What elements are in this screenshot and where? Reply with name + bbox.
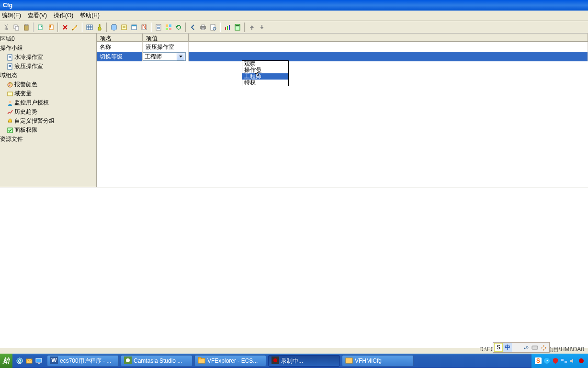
delete-icon[interactable]	[61, 23, 69, 32]
tray-sogou-icon[interactable]: S	[534, 357, 542, 365]
svg-text:S: S	[536, 357, 540, 364]
column-value[interactable]: 项值	[143, 34, 189, 42]
copy-icon[interactable]	[12, 23, 21, 32]
svg-text:N: N	[142, 23, 147, 30]
menu-view[interactable]: 查看(V)	[28, 12, 47, 20]
menu-help[interactable]: 帮助(H)	[80, 12, 100, 20]
svg-rect-38	[9, 56, 11, 57]
grid-cell-value[interactable]	[143, 52, 189, 61]
user-icon	[7, 100, 13, 106]
ime-mode-icon[interactable]: 中	[503, 343, 512, 352]
grid-cell-spacer	[189, 52, 588, 61]
separator	[106, 23, 107, 32]
taskbar-button[interactable]: Camtasia Studio ...	[121, 355, 192, 367]
tree-item[interactable]: 自定义报警分组	[0, 116, 96, 126]
grid-row[interactable]: 切换等级	[97, 52, 588, 61]
level-combo[interactable]	[143, 52, 186, 61]
ime-punct-icon[interactable]	[521, 343, 530, 352]
ime-toolbar[interactable]: S 中	[493, 342, 550, 353]
ime-moon-icon[interactable]	[512, 343, 521, 352]
dropdown-button[interactable]	[177, 53, 184, 60]
down-icon[interactable]	[258, 23, 266, 32]
tree-item[interactable]: 域组态	[0, 71, 96, 80]
tree-item[interactable]: 监控用户授权	[0, 98, 96, 107]
tree-item-label: 液压操作室	[14, 62, 43, 70]
tree-item[interactable]: 水冷操作室	[0, 53, 96, 62]
toolbar: N	[0, 21, 588, 34]
menu-edit[interactable]: 编辑(E)	[2, 12, 21, 20]
tree-item-label: 面板权限	[14, 126, 37, 134]
grid-icon[interactable]	[164, 23, 173, 32]
task-icon	[271, 356, 279, 366]
svg-rect-4	[38, 25, 42, 30]
ime-sogou-icon[interactable]: S	[494, 343, 503, 352]
calc-icon[interactable]	[233, 23, 242, 32]
menubar: 编辑(E) 查看(V) 操作(O) 帮助(H)	[0, 11, 588, 21]
outlook-icon[interactable]	[25, 356, 34, 366]
tree-item-label: 资源文件	[0, 135, 23, 143]
cut-icon[interactable]	[2, 23, 11, 32]
column-name[interactable]: 项名	[97, 34, 143, 42]
ime-keyboard-icon[interactable]	[531, 343, 539, 352]
task-label: VFHMICfg	[355, 357, 382, 364]
tray-shield-icon[interactable]	[552, 357, 559, 365]
note-icon[interactable]	[120, 23, 128, 32]
task-icon	[198, 356, 205, 366]
tree-item[interactable]: 域变量	[0, 89, 96, 98]
form-icon[interactable]	[130, 23, 138, 32]
dropdown-list[interactable]: 观察操作员工程师特权	[242, 60, 289, 86]
taskbar-button[interactable]: Wecs700用户程序 - ...	[47, 355, 119, 367]
flashlight-icon[interactable]	[95, 23, 104, 32]
level-input[interactable]	[143, 53, 177, 60]
grid-cell-value[interactable]: 液压操作室	[143, 42, 189, 52]
tray-record-icon[interactable]	[577, 357, 585, 365]
database-icon[interactable]	[110, 23, 118, 32]
taskbar-button[interactable]: VFExplorer - ECS...	[194, 355, 266, 367]
print-icon[interactable]	[199, 23, 207, 32]
taskbar-button[interactable]: 录制中...	[268, 355, 340, 367]
properties-icon[interactable]	[154, 23, 163, 32]
tray-network-icon[interactable]	[560, 357, 568, 365]
chart-icon[interactable]	[223, 23, 232, 32]
bell-icon	[7, 118, 13, 125]
property-grid: 项名 项值 名称液压操作室切换等级 观察操作员工程师特权	[97, 34, 588, 187]
up-icon[interactable]	[248, 23, 256, 32]
table-icon[interactable]	[85, 23, 94, 32]
tree-item[interactable]: 区域0	[0, 34, 96, 44]
task-label: 录制中...	[281, 357, 303, 365]
quicklaunch: e	[12, 356, 46, 366]
new-icon[interactable]: N	[140, 23, 148, 32]
tray-arrow-icon[interactable]	[543, 357, 551, 365]
tray-volume-icon[interactable]	[569, 357, 577, 365]
grid-cell-name: 名称	[97, 42, 143, 52]
svg-point-46	[9, 85, 10, 86]
svg-rect-28	[202, 25, 204, 26]
import-icon[interactable]	[46, 23, 55, 32]
svg-rect-1	[15, 26, 19, 30]
tree-item[interactable]: 面板权限	[0, 126, 96, 135]
refresh-icon[interactable]	[174, 23, 183, 32]
desktop-icon[interactable]	[34, 356, 43, 366]
doc-icon	[7, 63, 13, 70]
svg-point-50	[524, 348, 526, 349]
ime-settings-icon[interactable]	[540, 343, 548, 352]
edit-icon[interactable]	[71, 23, 79, 32]
dropdown-item[interactable]: 特权	[242, 80, 288, 86]
preview-icon[interactable]	[209, 23, 217, 32]
svg-point-45	[11, 83, 11, 84]
separator	[33, 23, 34, 32]
tree-item[interactable]: 报警颜色	[0, 80, 96, 89]
grid-row[interactable]: 名称液压操作室	[97, 42, 588, 52]
back-icon[interactable]	[189, 23, 197, 32]
start-button[interactable]: 始	[0, 354, 12, 368]
taskbar-button[interactable]: VFHMICfg	[342, 355, 414, 367]
tree-item[interactable]: 资源文件	[0, 135, 96, 144]
ie-icon[interactable]: e	[15, 356, 24, 366]
menu-operation[interactable]: 操作(O)	[54, 12, 73, 20]
paste-icon[interactable]	[22, 23, 31, 32]
tree-item[interactable]: 液压操作室	[0, 62, 96, 71]
tree-item[interactable]: 操作小组	[0, 44, 96, 53]
tree-item-label: 历史趋势	[14, 108, 37, 116]
tree-item[interactable]: 历史趋势	[0, 107, 96, 116]
export-icon[interactable]	[36, 23, 45, 32]
